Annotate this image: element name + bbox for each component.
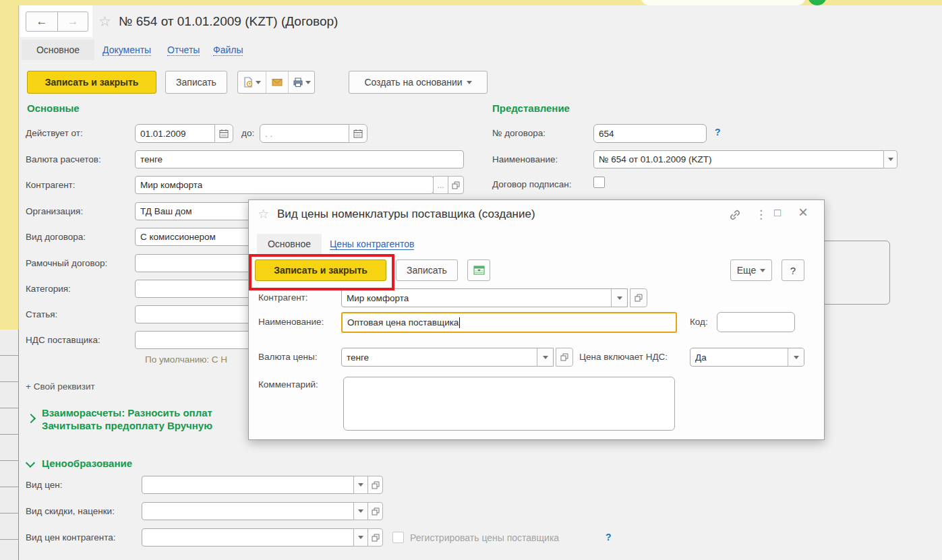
price-kind-field[interactable] (142, 476, 354, 494)
dialog-star-icon[interactable]: ☆ (258, 206, 269, 222)
discount-kind-dropdown-button[interactable] (353, 502, 368, 520)
register-prices-checkbox[interactable] (392, 532, 404, 543)
dialog-comment-textarea[interactable] (343, 377, 675, 431)
dialog-save-button[interactable]: Записать (396, 259, 458, 281)
discount-kind-label: Вид скидки, наценки: (26, 506, 115, 516)
dialog-currency-dropdown-button[interactable] (537, 348, 553, 366)
taskbar-search-remnant (641, 0, 806, 5)
tab-files[interactable]: Файлы (213, 44, 243, 56)
green-table-icon (473, 265, 485, 276)
category-label: Категория: (26, 284, 71, 294)
dialog-maximize-icon[interactable]: □ (774, 206, 781, 220)
mail-button[interactable] (266, 71, 289, 93)
dialog-tab-counterparty-prices[interactable]: Цены контрагентов (330, 239, 414, 250)
attach-dropdown-icon (256, 81, 261, 84)
dialog-close-icon[interactable]: × (798, 203, 808, 222)
dialog-vat-included-dropdown-button[interactable] (788, 348, 804, 366)
contract-name-dropdown-button[interactable] (883, 150, 897, 168)
settlement-currency-field[interactable]: тенге (135, 150, 464, 168)
register-prices-help-link[interactable]: ? (606, 532, 612, 542)
counterparty-more-button[interactable]: ... (433, 176, 448, 194)
tab-documents[interactable]: Документы (102, 44, 151, 56)
price-kind-dropdown-button[interactable] (353, 476, 368, 494)
counterparty-price-kind-dropdown-button[interactable] (353, 528, 368, 547)
settlements-summary-line2[interactable]: Зачитывать предоплату Вручную (42, 420, 212, 431)
dialog-counterparty-open-button[interactable] (630, 288, 647, 307)
pricing-header[interactable]: Ценообразование (42, 458, 132, 469)
dialog-counterparty-dropdown-button[interactable] (611, 289, 627, 307)
calendar-icon (219, 129, 229, 138)
contract-number-value: 654 (599, 129, 614, 139)
dialog-help-label: ? (790, 265, 796, 276)
counterparty-value: Мир комфорта (140, 180, 202, 190)
pricing-collapse-icon[interactable] (26, 458, 35, 468)
article-field[interactable] (135, 305, 251, 323)
dialog-currency-open-button[interactable] (556, 348, 573, 367)
tab-main-label: Основное (36, 44, 80, 55)
valid-from-calendar-button[interactable] (214, 124, 233, 143)
tab-main[interactable]: Основное (22, 40, 94, 60)
valid-to-field[interactable]: . . (260, 124, 349, 143)
contract-kind-field[interactable]: С комиссионером (135, 228, 251, 246)
open-icon (372, 507, 380, 516)
own-attribute-link[interactable]: + Свой реквизит (26, 381, 95, 392)
counterparty-price-kind-field[interactable] (142, 528, 354, 547)
dialog-tab-main-label: Основное (268, 239, 311, 249)
nav-forward-button[interactable]: → (57, 11, 88, 32)
default-hint: По умолчанию: С Н (145, 354, 227, 365)
dialog-counterparty-combo[interactable]: Мир комфорта (341, 288, 628, 307)
dialog-tab-main[interactable]: Основное (257, 234, 322, 254)
counterparty-price-kind-open-button[interactable] (367, 528, 383, 547)
dialog-save-close-button[interactable]: Записать и закрыть (255, 259, 386, 281)
open-icon (372, 534, 380, 542)
discount-kind-field[interactable] (142, 502, 354, 520)
frame-contract-field[interactable] (135, 254, 251, 272)
create-based-on-button[interactable]: Создать на основании (349, 71, 488, 94)
dialog-code-input[interactable] (717, 312, 795, 332)
dropdown-icon (358, 536, 363, 539)
valid-from-field[interactable]: 01.01.2009 (135, 124, 215, 143)
contract-number-field[interactable]: 654 (593, 124, 707, 143)
dialog-help-button[interactable]: ? (782, 259, 804, 281)
dialog-vat-included-combo[interactable]: Да (690, 348, 804, 367)
dropdown-icon (358, 509, 363, 513)
dialog-more-icon[interactable]: ⋮ (755, 208, 767, 222)
left-panel-strip (0, 5, 19, 330)
contract-number-help-link[interactable]: ? (715, 127, 721, 137)
settlements-summary-line1[interactable]: Взаиморасчеты: Разносить оплат (42, 407, 212, 418)
section-presentation-header: Представление (492, 102, 570, 114)
contract-name-label: Наименование: (492, 154, 558, 164)
contract-signed-checkbox[interactable] (593, 177, 605, 188)
valid-to-calendar-button[interactable] (349, 124, 367, 143)
category-field[interactable] (135, 280, 251, 298)
dialog-currency-combo[interactable]: тенге (341, 348, 554, 367)
organization-field[interactable]: ТД Ваш дом (135, 202, 251, 220)
dialog-name-input[interactable]: Оптовая цена поставщика (341, 312, 677, 333)
dialog-prices-table-button[interactable] (467, 259, 490, 281)
open-icon (452, 181, 460, 189)
save-close-label: Записать и закрыть (45, 77, 139, 88)
settlements-expand-icon[interactable] (26, 414, 36, 423)
dropdown-icon (888, 158, 893, 161)
save-close-button[interactable]: Записать и закрыть (27, 71, 156, 94)
counterparty-field[interactable]: Мир комфорта (135, 176, 434, 194)
dialog-more-button[interactable]: Еще (730, 259, 772, 281)
supplier-vat-field[interactable] (135, 331, 251, 349)
ellipsis-icon: ... (437, 181, 444, 190)
counterparty-open-button[interactable] (448, 176, 464, 194)
nav-back-button[interactable]: ← (26, 11, 58, 32)
settlement-currency-value: тенге (140, 154, 163, 164)
price-kind-open-button[interactable] (367, 476, 383, 494)
discount-kind-open-button[interactable] (367, 502, 383, 520)
dialog-link-icon[interactable] (729, 209, 741, 224)
section-main-header: Основные (27, 102, 80, 114)
dropdown-icon (760, 269, 765, 272)
favorite-star-icon[interactable]: ☆ (98, 13, 111, 30)
attach-file-button[interactable] (238, 71, 266, 93)
frame-contract-label: Рамочный договор: (26, 258, 107, 268)
open-icon (372, 481, 380, 489)
save-button[interactable]: Записать (165, 71, 227, 94)
print-button[interactable] (288, 71, 314, 93)
contract-name-field[interactable]: № 654 от 01.01.2009 (KZT) (593, 150, 884, 168)
tab-reports[interactable]: Отчеты (167, 44, 200, 56)
